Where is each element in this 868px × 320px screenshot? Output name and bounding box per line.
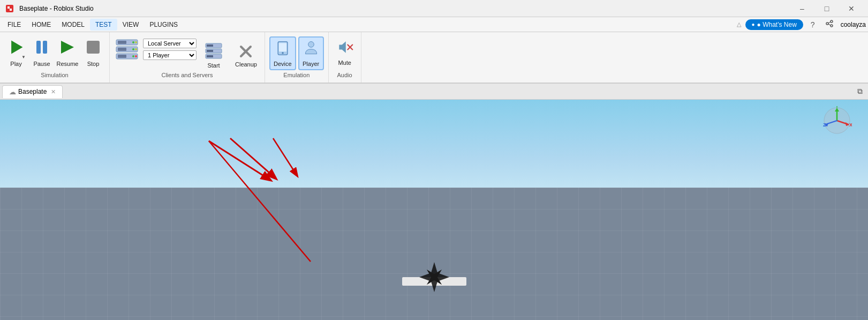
title-bar-controls: – □ ✕: [790, 0, 864, 17]
svg-text:Z: Z: [823, 122, 826, 128]
menu-test[interactable]: TEST: [90, 19, 117, 31]
play-label: Play: [10, 61, 21, 67]
svg-rect-14: [118, 41, 126, 44]
roblox-logo-icon: [4, 3, 15, 14]
cleanup-section: Cleanup: [232, 36, 260, 71]
mute-section: Mute: [333, 36, 357, 68]
whats-new-label: ● What's New: [757, 21, 797, 28]
svg-point-5: [831, 25, 833, 27]
minimize-button[interactable]: –: [790, 0, 814, 17]
menu-home[interactable]: HOME: [26, 19, 56, 31]
cloud-tab-icon: ☁: [9, 88, 16, 96]
stop-label: Stop: [87, 61, 100, 67]
svg-point-21: [135, 48, 137, 50]
resume-label: Resume: [57, 61, 79, 67]
svg-line-6: [828, 22, 831, 23]
svg-point-20: [132, 48, 134, 50]
baseplate-tab-label: Baseplate: [18, 88, 47, 95]
emulation-label: Emulation: [283, 72, 310, 80]
svg-line-7: [828, 24, 831, 25]
svg-rect-31: [207, 55, 213, 57]
stop-button[interactable]: [81, 36, 105, 61]
title-bar-title: Baseplate - Roblox Studio: [19, 5, 94, 12]
menu-view[interactable]: VIEW: [117, 19, 145, 31]
close-tab-icon[interactable]: ✕: [51, 88, 56, 95]
svg-point-16: [132, 41, 134, 43]
simulation-buttons: Play ▼ Pause: [4, 34, 105, 72]
title-bar: Baseplate - Roblox Studio – □ ✕: [0, 0, 868, 17]
help-button[interactable]: ?: [807, 19, 818, 30]
svg-point-24: [132, 55, 134, 57]
audio-label: Audio: [337, 72, 352, 80]
svg-rect-27: [207, 44, 213, 47]
start-section: Start: [200, 36, 228, 71]
menu-plugins[interactable]: PLUGINS: [144, 19, 183, 31]
svg-text:Y: Y: [835, 106, 839, 109]
clients-servers-group: Local Server Online 1 Player 2 Players 4…: [110, 32, 265, 83]
sky: [0, 100, 868, 199]
username-label: coolayza: [841, 21, 866, 28]
server-rack-icon: [114, 36, 140, 62]
svg-rect-2: [10, 9, 12, 11]
player-section: Player: [298, 36, 324, 70]
mute-button[interactable]: Mute: [333, 36, 357, 68]
simulation-label: Simulation: [41, 72, 68, 80]
ground: [0, 188, 868, 320]
device-button[interactable]: Device: [269, 36, 296, 70]
server-dropdown[interactable]: Local Server Online: [143, 39, 197, 48]
share-icon: [826, 20, 833, 27]
menu-model[interactable]: MODEL: [56, 19, 90, 31]
mute-icon: [336, 39, 353, 58]
mute-label: Mute: [338, 59, 351, 66]
device-icon: [274, 40, 291, 59]
start-label: Start: [207, 62, 220, 69]
svg-point-36: [282, 52, 284, 54]
whats-new-dot: ●: [752, 21, 755, 27]
device-label: Device: [274, 61, 292, 67]
svg-rect-35: [279, 43, 286, 51]
pause-button[interactable]: [30, 36, 54, 61]
cs-server-section: Local Server Online 1 Player 2 Players 4…: [114, 36, 228, 71]
emulation-group: Device Player Emulation: [265, 32, 329, 83]
pause-label: Pause: [33, 61, 50, 67]
svg-point-25: [135, 55, 137, 57]
svg-point-3: [831, 20, 833, 23]
svg-marker-38: [339, 41, 345, 53]
whats-new-button[interactable]: ● ● What's New: [745, 19, 803, 30]
close-button[interactable]: ✕: [839, 0, 864, 17]
viewport: X Y Z: [0, 100, 868, 320]
player-button[interactable]: Player: [298, 36, 324, 70]
baseplate-tab[interactable]: ☁ Baseplate ✕: [2, 85, 63, 98]
audio-buttons: Mute: [333, 34, 357, 72]
player-dropdown[interactable]: 1 Player 2 Players 4 Players: [143, 50, 197, 60]
resume-button[interactable]: [56, 36, 79, 61]
svg-point-4: [826, 23, 828, 25]
svg-marker-8: [11, 41, 22, 54]
svg-rect-10: [43, 41, 47, 54]
cs-label: Clients and Servers: [161, 72, 213, 80]
tab-bar: ☁ Baseplate ✕ ⧉: [0, 84, 868, 100]
ribbon: Play ▼ Pause: [0, 32, 868, 84]
play-dropdown-arrow: ▼: [21, 55, 26, 59]
player-icon: [303, 40, 320, 59]
pause-icon: [33, 39, 50, 58]
share-button[interactable]: [822, 19, 836, 30]
cs-icon-block: [114, 36, 140, 62]
cs-dropdowns-section: Local Server Online 1 Player 2 Players 4…: [143, 36, 197, 60]
svg-rect-1: [7, 6, 10, 9]
resume-icon: [59, 39, 76, 58]
star-decal: [391, 250, 477, 304]
start-button[interactable]: Start: [200, 40, 228, 71]
svg-point-17: [135, 41, 137, 43]
maximize-button[interactable]: □: [814, 0, 839, 17]
emulation-buttons: Device Player: [269, 34, 324, 72]
menu-bar: FILE HOME MODEL TEST VIEW PLUGINS △ ● ● …: [0, 17, 868, 32]
svg-rect-19: [118, 48, 126, 51]
player-label: Player: [303, 61, 319, 67]
cleanup-icon: [237, 43, 254, 60]
svg-text:X: X: [849, 122, 852, 128]
title-bar-left: Baseplate - Roblox Studio: [4, 3, 94, 14]
cleanup-button[interactable]: Cleanup: [232, 41, 260, 70]
menu-file[interactable]: FILE: [2, 19, 26, 31]
restore-viewport-button[interactable]: ⧉: [854, 86, 866, 97]
